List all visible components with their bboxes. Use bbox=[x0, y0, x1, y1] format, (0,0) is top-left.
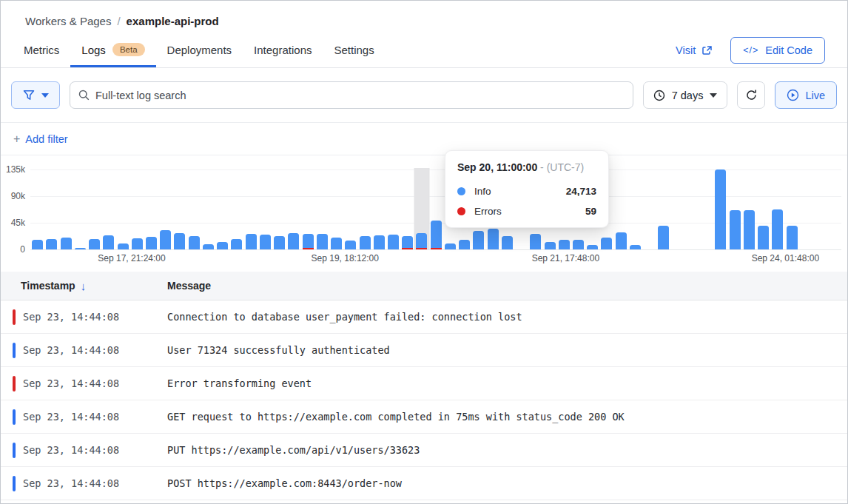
chart-bar[interactable] bbox=[101, 169, 115, 249]
info-segment bbox=[559, 240, 570, 249]
chart-bar[interactable] bbox=[372, 169, 386, 249]
bar-series bbox=[30, 169, 841, 249]
chart-bar[interactable] bbox=[300, 169, 314, 249]
chart-bar[interactable] bbox=[614, 169, 628, 249]
x-axis-label: Sep 17, 21:24:00 bbox=[98, 253, 165, 263]
bar-stack bbox=[89, 239, 100, 249]
chart-bar[interactable] bbox=[343, 169, 357, 249]
chart-bar[interactable] bbox=[685, 169, 699, 249]
tab-integrations[interactable]: Integrations bbox=[243, 33, 323, 67]
time-range-dropdown[interactable]: 7 days bbox=[643, 81, 728, 109]
info-segment bbox=[787, 226, 798, 249]
chart-bar[interactable] bbox=[742, 169, 756, 249]
chart-bar[interactable] bbox=[73, 169, 87, 249]
log-row[interactable]: Sep 23, 14:44:08Connection to database u… bbox=[1, 300, 847, 334]
chart-bar[interactable] bbox=[272, 169, 286, 249]
log-row[interactable]: Sep 23, 14:44:08GET request to https://e… bbox=[1, 400, 847, 434]
info-segment bbox=[502, 236, 513, 249]
bar-stack bbox=[317, 234, 328, 249]
log-search bbox=[70, 81, 633, 109]
chart-bar[interactable] bbox=[671, 169, 685, 249]
chart-bar[interactable] bbox=[799, 169, 813, 249]
chart-bar[interactable] bbox=[770, 169, 784, 249]
info-segment bbox=[317, 234, 328, 249]
chart-bar[interactable] bbox=[414, 169, 428, 249]
chart-bar[interactable] bbox=[329, 169, 343, 249]
chart-bar[interactable] bbox=[656, 169, 670, 249]
bar-stack bbox=[545, 242, 556, 249]
tooltip-row: Errors59 bbox=[457, 206, 596, 217]
refresh-button[interactable] bbox=[737, 81, 765, 109]
tab-label: Logs bbox=[81, 44, 106, 56]
error-segment bbox=[431, 248, 442, 249]
chart-bar[interactable] bbox=[158, 169, 172, 249]
chart-bar[interactable] bbox=[58, 169, 73, 249]
log-message: POST https://example.com:8443/order-now bbox=[167, 477, 402, 489]
info-segment bbox=[345, 241, 356, 249]
bar-stack bbox=[744, 210, 755, 249]
chart-bar[interactable] bbox=[756, 169, 770, 249]
chart-bar[interactable] bbox=[244, 169, 258, 249]
log-message: User 71324 successfully authenticated bbox=[167, 344, 390, 356]
chart-bar[interactable] bbox=[713, 169, 727, 249]
chart-bar[interactable] bbox=[130, 169, 144, 249]
chart-bar[interactable] bbox=[642, 169, 656, 249]
chart-bar[interactable] bbox=[172, 169, 186, 249]
info-segment bbox=[189, 236, 200, 249]
tab-label: Metrics bbox=[24, 44, 59, 56]
log-row[interactable]: Sep 23, 14:44:08User 71324 successfully … bbox=[1, 334, 847, 367]
chart-bar[interactable] bbox=[357, 169, 371, 249]
column-header-message[interactable]: Message bbox=[167, 280, 211, 292]
log-message: Connection to database user_payment fail… bbox=[167, 311, 522, 323]
chart-bar[interactable] bbox=[699, 169, 713, 249]
tab-metrics[interactable]: Metrics bbox=[13, 33, 70, 67]
chart-bar[interactable] bbox=[400, 169, 414, 249]
chart-bar[interactable] bbox=[784, 169, 798, 249]
breadcrumb-section[interactable]: Workers & Pages bbox=[25, 15, 111, 27]
bar-stack bbox=[658, 226, 669, 249]
live-button[interactable]: Live bbox=[775, 81, 837, 109]
log-row[interactable]: Sep 23, 14:44:08Error transforming event bbox=[1, 367, 847, 400]
log-row[interactable]: Sep 23, 14:44:08PUT https://example.com/… bbox=[1, 434, 847, 467]
bar-stack bbox=[787, 226, 798, 249]
x-axis-label: Sep 21, 17:48:00 bbox=[532, 253, 599, 263]
chart-bar[interactable] bbox=[727, 169, 741, 249]
chart-bar[interactable] bbox=[201, 169, 215, 249]
chart-bar[interactable] bbox=[87, 169, 101, 249]
chart-bar[interactable] bbox=[215, 169, 229, 249]
search-input[interactable] bbox=[70, 81, 633, 109]
bar-stack bbox=[573, 240, 584, 249]
column-header-timestamp[interactable]: Timestamp ↓ bbox=[1, 280, 167, 292]
chart-bar[interactable] bbox=[286, 169, 300, 249]
chart-bar[interactable] bbox=[229, 169, 243, 249]
tab-logs[interactable]: LogsBeta bbox=[70, 33, 155, 67]
chart-plot-area: Sep 17, 21:24:00Sep 19, 18:12:00Sep 21, … bbox=[30, 169, 841, 249]
bar-stack bbox=[730, 210, 741, 249]
chart-bar[interactable] bbox=[813, 169, 827, 249]
visit-link[interactable]: Visit bbox=[676, 44, 713, 56]
info-segment bbox=[459, 240, 470, 249]
edit-code-button[interactable]: </> Edit Code bbox=[730, 37, 825, 64]
chart-bar[interactable] bbox=[115, 169, 129, 249]
chart-bar[interactable] bbox=[144, 169, 158, 249]
tab-deployments[interactable]: Deployments bbox=[156, 33, 243, 67]
chart-bar[interactable] bbox=[315, 169, 329, 249]
chart-bar[interactable] bbox=[429, 169, 443, 249]
bar-stack bbox=[374, 235, 385, 249]
clock-icon bbox=[653, 90, 665, 101]
chart-bar[interactable] bbox=[258, 169, 272, 249]
chart-bar[interactable] bbox=[628, 169, 642, 249]
info-segment bbox=[416, 233, 427, 248]
chart-bar[interactable] bbox=[827, 169, 841, 249]
chart-bar[interactable] bbox=[30, 169, 44, 249]
tab-label: Deployments bbox=[167, 44, 232, 56]
info-segment bbox=[374, 235, 385, 249]
add-filter-button[interactable]: + Add filter bbox=[13, 132, 68, 146]
chart-bar[interactable] bbox=[386, 169, 400, 249]
chart-bar[interactable] bbox=[187, 169, 201, 249]
filter-dropdown-button[interactable] bbox=[11, 81, 60, 109]
log-row[interactable]: Sep 23, 14:44:08POST https://example.com… bbox=[1, 467, 847, 500]
tab-settings[interactable]: Settings bbox=[323, 33, 385, 67]
log-table: Timestamp ↓ Message Sep 23, 14:44:08Conn… bbox=[1, 272, 847, 500]
chart-bar[interactable] bbox=[44, 169, 58, 249]
